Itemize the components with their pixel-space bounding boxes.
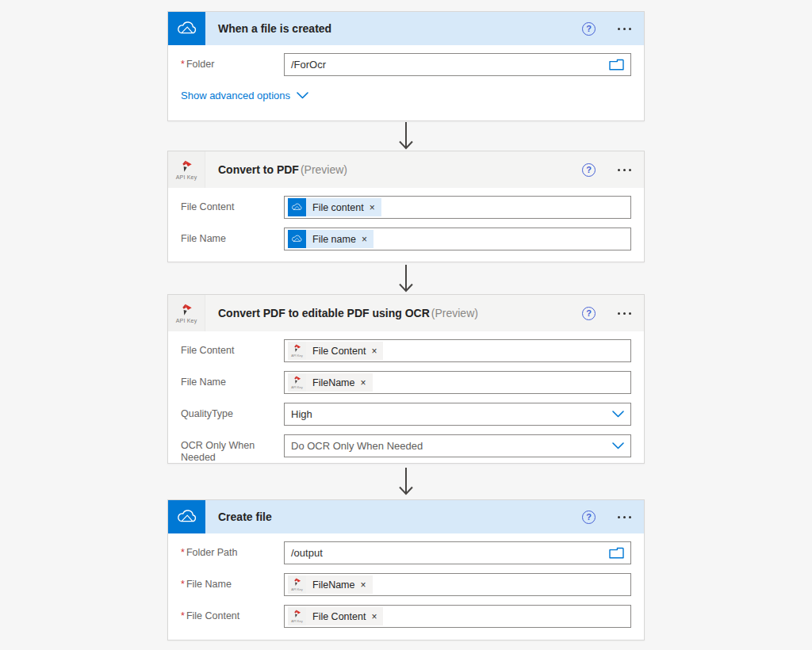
form-row: *Folder /ForOcr (181, 53, 631, 76)
action-card-create-file: Create file ? *Folder Path /output *File… (167, 499, 645, 640)
chevron-down-icon (612, 442, 624, 449)
card-header[interactable]: When a file is created ? (168, 12, 644, 45)
folder-value: /ForOcr (291, 59, 326, 71)
chevron-down-icon (612, 411, 624, 418)
card-title: Create file (218, 510, 272, 523)
chevron-down-icon (297, 92, 308, 99)
quality-type-dropdown[interactable]: High (284, 403, 631, 426)
remove-token-icon[interactable]: × (371, 346, 377, 357)
dynamic-content-token[interactable]: API Key FileName× (288, 575, 373, 594)
form-row: File Content File content× (181, 196, 631, 219)
form-row: File Name API Key FileName× (181, 371, 631, 394)
field-label: File Content (181, 339, 284, 357)
folder-picker-icon[interactable] (609, 547, 624, 559)
field-label: *Folder (181, 53, 284, 71)
remove-token-icon[interactable]: × (361, 579, 366, 591)
api-key-icon: API Key (288, 342, 306, 360)
card-title: Convert PDF to editable PDF using OCR(Pr… (218, 307, 478, 319)
form-row: OCR Only When Needed Do OCR Only When Ne… (181, 434, 631, 464)
card-header[interactable]: API Key Convert PDF to editable PDF usin… (168, 295, 644, 331)
field-label: File Name (181, 228, 284, 245)
card-title: When a file is created (218, 22, 331, 35)
show-advanced-options-link[interactable]: Show advanced options (181, 90, 308, 101)
action-card-convert-to-pdf: API Key Convert to PDF(Preview) ? File C… (167, 151, 645, 262)
remove-token-icon[interactable]: × (362, 234, 367, 245)
onedrive-icon (288, 198, 306, 216)
card-header[interactable]: Create file ? (168, 500, 644, 533)
file-name-input[interactable]: API Key FileName× (284, 371, 631, 394)
dynamic-content-token[interactable]: File content× (288, 198, 381, 216)
trigger-card-when-a-file-is-created: When a file is created ? *Folder /ForOcr… (167, 11, 645, 121)
remove-token-icon[interactable]: × (371, 611, 377, 622)
more-options-icon[interactable] (616, 308, 633, 319)
preview-tag: (Preview) (431, 307, 478, 319)
help-icon[interactable]: ? (582, 510, 596, 524)
flow-designer-canvas: When a file is created ? *Folder /ForOcr… (0, 0, 812, 650)
dynamic-content-token[interactable]: File name× (288, 230, 373, 248)
remove-token-icon[interactable]: × (370, 202, 375, 213)
folder-path-value: /output (291, 547, 323, 559)
api-key-icon: API Key (288, 607, 306, 625)
connector-arrow-icon (395, 265, 417, 293)
file-content-input[interactable]: API Key File Content× (284, 605, 631, 628)
file-content-input[interactable]: File content× (284, 196, 631, 219)
card-header[interactable]: API Key Convert to PDF(Preview) ? (168, 151, 644, 188)
form-row: File Content API Key File Content× (181, 339, 631, 362)
onedrive-icon (168, 12, 205, 45)
help-icon[interactable]: ? (582, 22, 596, 36)
form-row: *File Name API Key FileName× (181, 573, 631, 596)
file-name-input[interactable]: File name× (284, 228, 631, 250)
folder-input[interactable]: /ForOcr (284, 53, 631, 76)
file-content-input[interactable]: API Key File Content× (284, 339, 631, 362)
more-options-icon[interactable] (616, 23, 633, 35)
connector-arrow-icon (395, 468, 417, 496)
field-label: QualityType (181, 403, 284, 420)
card-title: Convert to PDF(Preview) (218, 163, 347, 176)
form-row: *Folder Path /output (181, 541, 631, 564)
field-label: *File Name (181, 573, 284, 591)
dynamic-content-token[interactable]: API Key FileName× (288, 373, 373, 392)
folder-picker-icon[interactable] (609, 59, 624, 71)
help-icon[interactable]: ? (582, 163, 596, 177)
more-options-icon[interactable] (616, 164, 633, 176)
action-card-convert-pdf-ocr: API Key Convert PDF to editable PDF usin… (167, 294, 645, 464)
form-row: *File Content API Key File Content× (181, 605, 631, 628)
dynamic-content-token[interactable]: API Key File Content× (288, 342, 383, 360)
remove-token-icon[interactable]: × (361, 377, 366, 388)
ocr-only-when-needed-dropdown[interactable]: Do OCR Only When Needed (284, 434, 631, 457)
api-key-connector-icon: API Key (168, 151, 205, 188)
field-label: *File Content (181, 605, 284, 622)
preview-tag: (Preview) (301, 163, 347, 176)
onedrive-icon (168, 500, 205, 533)
api-key-connector-icon: API Key (168, 295, 205, 331)
dynamic-content-token[interactable]: API Key File Content× (288, 607, 383, 625)
more-options-icon[interactable] (616, 511, 633, 523)
help-icon[interactable]: ? (582, 307, 596, 320)
folder-path-input[interactable]: /output (284, 541, 631, 564)
field-label: File Content (181, 196, 284, 213)
onedrive-icon (288, 230, 306, 248)
field-label: File Name (181, 371, 284, 388)
api-key-icon: API Key (288, 575, 306, 594)
form-row: File Name File name× (181, 228, 631, 250)
field-label: OCR Only When Needed (181, 434, 284, 464)
file-name-input[interactable]: API Key FileName× (284, 573, 631, 596)
connector-arrow-icon (395, 122, 417, 151)
api-key-icon: API Key (288, 373, 306, 392)
field-label: *Folder Path (181, 541, 284, 559)
form-row: QualityType High (181, 403, 631, 426)
